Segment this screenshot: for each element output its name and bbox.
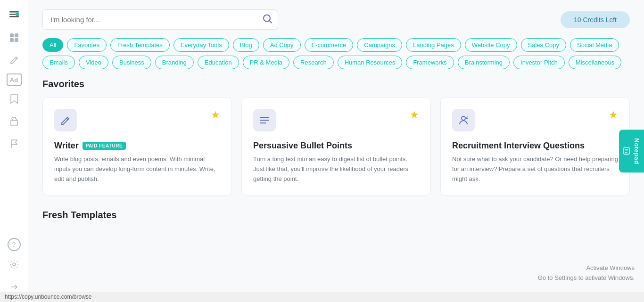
windows-watermark: Activate Windows Go to Settings to activ… xyxy=(538,263,635,283)
search-icon[interactable] xyxy=(262,13,272,26)
filter-tag-education[interactable]: Education xyxy=(198,56,239,69)
filter-tag-blog[interactable]: Blog xyxy=(233,38,259,52)
svg-rect-2 xyxy=(9,16,19,17)
filter-tag-emails[interactable]: Emails xyxy=(42,56,75,69)
filter-tag-ad-copy[interactable]: Ad Copy xyxy=(263,38,301,52)
filter-tag-miscellaneous[interactable]: Miscellaneous xyxy=(569,56,621,69)
svg-rect-0 xyxy=(9,11,19,13)
card-description-recruitment-interview-questions: Not sure what to ask your candidate? Or … xyxy=(452,155,618,184)
credits-badge: 10 Credits Left xyxy=(561,11,630,28)
settings-icon[interactable] xyxy=(5,255,24,274)
svg-rect-6 xyxy=(10,38,14,42)
flag-icon[interactable] xyxy=(5,135,24,154)
card-title-persuasive-bullet-points: Persuasive Bullet Points xyxy=(253,141,419,151)
filter-tag-e-commerce[interactable]: E-commerce xyxy=(305,38,354,52)
watermark-line1: Activate Windows xyxy=(538,263,635,273)
card-header: ★ xyxy=(452,109,618,131)
search-input-wrapper xyxy=(42,9,278,30)
svg-rect-1 xyxy=(9,14,16,15)
menu-icon[interactable] xyxy=(5,6,24,24)
watermark-line2: Go to Settings to activate Windows. xyxy=(538,273,635,283)
filter-tag-pr--media[interactable]: PR & Media xyxy=(243,56,289,69)
card-icon-recruitment-interview-questions xyxy=(452,109,475,131)
edit-icon[interactable] xyxy=(5,51,24,70)
favorites-cards-grid: ★ Writer PAID FEATURE Write blog posts, … xyxy=(42,97,630,196)
card-icon-writer xyxy=(54,109,77,131)
filter-tag-brainstorming[interactable]: Brainstorming xyxy=(458,56,510,69)
help-icon[interactable]: ? xyxy=(8,238,21,251)
filter-tags: AllFavoritesFresh TemplatesEveryday Tool… xyxy=(42,38,630,69)
svg-rect-4 xyxy=(10,33,14,37)
card-title-recruitment-interview-questions: Recruitment Interview Questions xyxy=(452,141,618,151)
filter-tag-everyday-tools[interactable]: Everyday Tools xyxy=(173,38,229,52)
filter-tag-website-copy[interactable]: Website Copy xyxy=(465,38,517,52)
svg-point-3 xyxy=(16,12,19,16)
card-header: ★ xyxy=(253,109,419,131)
card-header: ★ xyxy=(54,109,220,131)
svg-point-8 xyxy=(13,263,16,266)
card-persuasive-bullet-points[interactable]: ★ Persuasive Bullet Points Turn a long t… xyxy=(241,97,431,196)
filter-tag-human-resources[interactable]: Human Resources xyxy=(338,56,403,69)
paid-badge: PAID FEATURE xyxy=(83,142,126,150)
svg-rect-5 xyxy=(15,33,18,37)
favorites-section-title: Favorites xyxy=(42,79,630,90)
filter-tag-campaigns[interactable]: Campaigns xyxy=(357,38,402,52)
layers-icon[interactable] xyxy=(5,28,24,47)
sidebar: Ad ? xyxy=(0,0,28,302)
puzzle-icon[interactable] xyxy=(5,112,24,131)
status-bar: https://copy.unbounce.com/browse xyxy=(0,292,644,302)
filter-tag-fresh-templates[interactable]: Fresh Templates xyxy=(110,38,170,52)
notepad-label: Notepad xyxy=(633,138,640,164)
search-input[interactable] xyxy=(42,9,278,30)
filter-tag-all[interactable]: All xyxy=(42,38,63,52)
star-icon-persuasive-bullet-points[interactable]: ★ xyxy=(410,109,419,121)
search-bar: 10 Credits Left xyxy=(42,9,630,30)
filter-tag-social-media[interactable]: Social Media xyxy=(570,38,619,52)
card-description-writer: Write blog posts, emails and even poems.… xyxy=(54,155,220,184)
status-url: https://copy.unbounce.com/browse xyxy=(5,294,92,300)
fresh-templates-section-title: Fresh Templates xyxy=(42,210,630,220)
filter-tag-video[interactable]: Video xyxy=(79,56,108,69)
filter-tag-business[interactable]: Business xyxy=(112,56,151,69)
filter-tag-landing-pages[interactable]: Landing Pages xyxy=(406,38,461,52)
filter-tag-research[interactable]: Research xyxy=(293,56,334,69)
bookmark-icon[interactable] xyxy=(5,90,24,108)
filter-tag-investor-pitch[interactable]: Investor Pitch xyxy=(513,56,565,69)
filter-tag-frameworks[interactable]: Frameworks xyxy=(406,56,454,69)
filter-tag-sales-copy[interactable]: Sales Copy xyxy=(521,38,566,52)
svg-point-13 xyxy=(462,116,465,120)
filter-tag-branding[interactable]: Branding xyxy=(155,56,194,69)
card-description-persuasive-bullet-points: Turn a long text into an easy to digest … xyxy=(253,155,419,184)
ad-icon[interactable]: Ad xyxy=(7,73,22,86)
card-writer[interactable]: ★ Writer PAID FEATURE Write blog posts, … xyxy=(42,97,232,196)
card-title-writer: Writer PAID FEATURE xyxy=(54,141,220,151)
star-icon-writer[interactable]: ★ xyxy=(211,109,220,121)
main-content: 10 Credits Left AllFavoritesFresh Templa… xyxy=(28,0,644,302)
notepad-icon xyxy=(623,147,630,155)
card-recruitment-interview-questions[interactable]: ★ Recruitment Interview Questions Not su… xyxy=(440,97,630,196)
star-icon-recruitment-interview-questions[interactable]: ★ xyxy=(609,109,618,121)
notepad-button[interactable]: Notepad xyxy=(619,130,644,173)
card-icon-persuasive-bullet-points xyxy=(253,109,276,131)
filter-tag-favorites[interactable]: Favorites xyxy=(67,38,106,52)
svg-rect-7 xyxy=(15,38,18,42)
